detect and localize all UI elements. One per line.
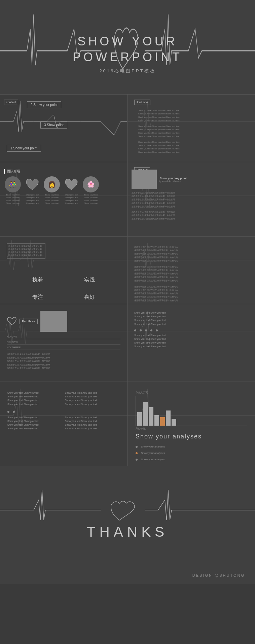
member-photo-3: 👩 [44, 176, 60, 192]
part3-label-2: NO.TWO [7, 341, 120, 345]
member-photo-1: 👫 [5, 176, 21, 192]
part3-label-1: NO.ONE [7, 335, 120, 339]
part3-label-3: NO.THREE [7, 346, 120, 350]
legend-item-1: Show your analyses [136, 445, 247, 448]
analysis-left: Show your text Show your text Show your … [0, 382, 128, 466]
show-point-2-box: 2.Show your point [27, 101, 61, 108]
analysis-right: 华幽入 万元 月色/次数 Show your analyses Show you… [128, 382, 255, 466]
part3-left-content: Part three NO.ONE NO.TWO NO.THREE 感恩善于生活… [4, 308, 123, 374]
part3-right-text-2: Show your text Show your text Show your … [134, 333, 248, 349]
outline-text-1: Show your text Show your text Show your … [138, 109, 251, 122]
member-photo-4 [63, 176, 79, 192]
bar-6 [166, 410, 171, 426]
key-image [132, 170, 157, 189]
outline-left: content 2.Show your point 3 Show point 1… [0, 95, 128, 162]
bar-2 [143, 402, 148, 426]
analysis-slide: Show your text Show your text Show your … [0, 382, 255, 466]
keyword-1: 执着 [12, 272, 64, 289]
part3-analysis: 感恩善于生活 关注生活的点滴 请给那一块的代码 感恩善于生活 关注生活的点滴 请… [7, 353, 120, 370]
outline-text-2: Show your text Show your text Show your … [138, 124, 251, 138]
part3-slide: Part three NO.ONE NO.TWO NO.THREE 感恩善于生活… [0, 304, 255, 382]
member-photo-2 [24, 176, 40, 192]
chart-y-label: 华幽入 万元 [136, 391, 247, 394]
a-dot-2 [13, 411, 15, 413]
keywords-grid: 执着 实践 专注 喜好 [7, 272, 120, 304]
dot-5 [156, 329, 158, 331]
part3-heart-icon [7, 317, 17, 326]
team-analysis-2: 感恩善于生活 关注生活的点滴 请给那一块的代码 感恩善于生活 关注生活的点滴 请… [132, 210, 251, 221]
bar-chart [136, 396, 247, 426]
legend-dot-1 [136, 446, 138, 448]
outline-slide: content 2.Show your point 3 Show point 1… [0, 95, 255, 162]
keywords-right-text-3: 感恩善于生活 关注生活的点滴 请给那一块的代码 感恩善于生活 关注生活的点滴 请… [134, 285, 248, 302]
part3-left: Part three NO.ONE NO.TWO NO.THREE 感恩善于生活… [0, 304, 128, 382]
analysis-left-text-2: Show your text Show your text Show your … [65, 391, 120, 408]
bar-1 [137, 412, 142, 426]
legend-dot-2 [136, 452, 138, 454]
hero-title: SHOW YOUR POWERPOINT [73, 34, 182, 65]
part3-header: Part three [7, 311, 120, 332]
bar-7 [172, 419, 176, 426]
part3-label: Part three [20, 319, 38, 324]
analysis-left-text-3: Show your text Show your text Show your … [7, 416, 62, 433]
team-right: Part two Show your key point ipsum dolor… [128, 162, 255, 236]
keywords-left-content: 我是善于生活 关注生活的点滴 请给那一 我是善于生活 关注生活的点滴 请给那一 … [4, 241, 123, 304]
legend-item-3: Show your analyses [136, 458, 247, 461]
member-caption-5: Show your textShow your textShow your te… [82, 193, 100, 205]
hero-content: SHOW YOUR POWERPOINT 2016心电图PPT模板 [73, 34, 182, 74]
team-member-2: Show your textShow your textShow your te… [24, 176, 41, 205]
legend-item-2: Show your analyses [136, 452, 247, 455]
analysis-left-texts-row2: Show your text Show your text Show your … [7, 416, 120, 433]
content-label: content [4, 100, 18, 105]
team-member-4: Show your textShow your textShow your te… [63, 176, 80, 205]
keyword-3: 专注 [12, 289, 64, 304]
dot-4 [150, 329, 152, 331]
team-member-5: 🌸 Show your textShow your textShow your … [82, 176, 100, 205]
part3-right-content: Show your text Show your text Show your … [132, 308, 251, 353]
keyword-2: 实践 [64, 272, 115, 289]
hero-slide: SHOW YOUR POWERPOINT 2016心电图PPT模板 [0, 0, 255, 94]
keywords-right: 感恩善于生活 关注生活的点滴 请给那一块的代码 感恩善于生活 关注生活的点滴 请… [128, 237, 255, 304]
bar-4 [154, 415, 159, 426]
part3-dots [134, 329, 248, 331]
analysis-dots-row1 [7, 411, 120, 413]
analysis-left-content: Show your text Show your text Show your … [4, 386, 123, 438]
keywords-left: 我是善于生活 关注生活的点滴 请给那一 我是善于生活 关注生活的点滴 请给那一 … [0, 237, 128, 304]
key-point-row: Show your key point ipsum dolor sit ames [132, 170, 251, 189]
keywords-right-content: 感恩善于生活 关注生活的点滴 请给那一块的代码 感恩善于生活 关注生活的点滴 请… [132, 241, 251, 304]
key-point-text: Show your key point ipsum dolor sit ames [159, 177, 187, 182]
outline-text-3: Show your text Show your text Show your … [138, 140, 251, 154]
bar-3 [149, 407, 153, 426]
show-point-3-box: 3 Show point [40, 121, 67, 129]
chart-x-label: 月色/次数 [136, 427, 247, 430]
outline-right: Part one Show your text Show your text S… [128, 95, 255, 162]
team-member-3: 👩 Show your textShow your textShow your … [43, 176, 61, 205]
team-right-content: Show your key point ipsum dolor sit ames… [132, 166, 251, 221]
team-left: 团队介绍 👫 Show your textShow your textShow … [0, 162, 128, 236]
analyses-title: Show your analyses [136, 433, 247, 440]
part3-image [40, 311, 67, 332]
part3-right: Show your text Show your text Show your … [128, 304, 255, 382]
team-slide: 团队介绍 👫 Show your textShow your textShow … [0, 162, 255, 236]
chart-container: 华幽入 万元 月色/次数 [136, 391, 247, 430]
team-analysis-1: 感恩善于生活 关注生活的点滴 请给那一块的代码 感恩善于生活 关注生活的点滴 请… [132, 191, 251, 208]
bar-5-highlight [160, 417, 165, 426]
member-caption-2: Show your textShow your textShow your te… [24, 193, 41, 205]
keywords-slide: 我是善于生活 关注生活的点滴 请给那一 我是善于生活 关注生活的点滴 请给那一 … [0, 237, 255, 304]
outline-right-content: Show your text Show your text Show your … [132, 99, 251, 154]
key-point-label: Show your key point [159, 177, 187, 180]
keywords-table: 我是善于生活 关注生活的点滴 请给那一 我是善于生活 关注生活的点滴 请给那一 … [7, 243, 45, 259]
keywords-right-text-1: 感恩善于生活 关注生活的点滴 请给那一块的代码 感恩善于生活 关注生活的点滴 请… [134, 245, 248, 262]
analysis-left-texts-row1: Show your text Show your text Show your … [7, 391, 120, 408]
analysis-left-text-4: Show your text Show your text Show your … [65, 416, 120, 433]
part3-labels: NO.ONE NO.TWO NO.THREE [7, 335, 120, 350]
member-caption-1: Show your textShow your textShow your te… [4, 193, 22, 205]
show-point-1-box: 1.Show your point [7, 145, 41, 152]
analysis-right-content: 华幽入 万元 月色/次数 Show your analyses Show you… [132, 386, 251, 466]
a-dot-1 [7, 411, 9, 413]
analysis-left-text-1: Show your text Show your text Show your … [7, 391, 62, 408]
design-credit: DESIGN:@SHUTONG [192, 573, 245, 577]
member-caption-3: Show your textShow your textShow your te… [43, 193, 61, 205]
keywords-right-text-2: 感恩善于生活 关注生活的点滴 请给那一块的代码 感恩善于生活 关注生活的点滴 请… [134, 265, 248, 282]
thanks-slide: THANKS DESIGN:@SHUTONG [0, 466, 255, 584]
